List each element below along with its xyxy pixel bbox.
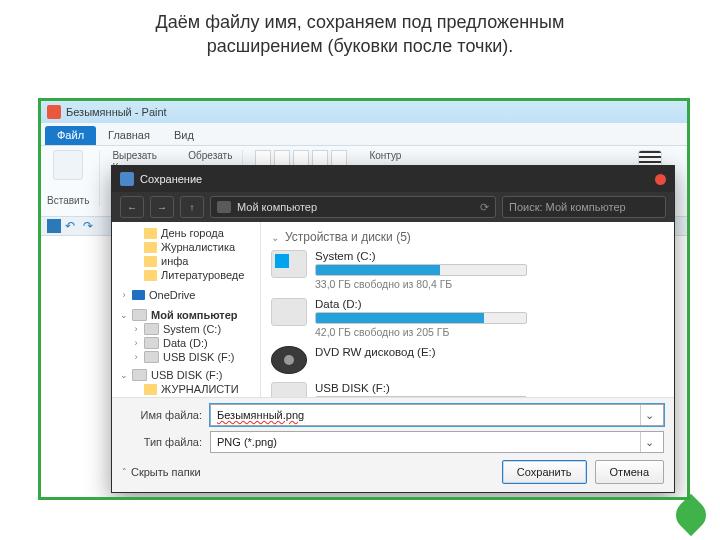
- tool-icon[interactable]: [293, 150, 309, 166]
- usage-bar: [316, 313, 484, 323]
- filetype-select[interactable]: PNG (*.png) ⌄: [210, 431, 664, 453]
- address-text: Мой компьютер: [237, 201, 317, 213]
- outline-label[interactable]: Контур: [369, 150, 401, 161]
- group-title: Устройства и диски (5): [285, 230, 411, 244]
- chevron-up-icon: ˄: [122, 467, 127, 477]
- crop-label[interactable]: Обрезать: [188, 150, 232, 161]
- paint-titlebar: Безымянный - Paint: [41, 101, 687, 123]
- ribbon-tabs: Файл Главная Вид: [41, 123, 687, 146]
- undo-icon[interactable]: ↶: [65, 219, 79, 233]
- folder-icon: [144, 256, 157, 267]
- nav-forward-button[interactable]: →: [150, 196, 174, 218]
- computer-icon: [217, 201, 231, 213]
- filetype-label: Тип файла:: [122, 436, 202, 448]
- caption-line1: Даём файлу имя, сохраняем под предложенн…: [156, 12, 565, 32]
- tree-folder: Литературоведе: [112, 268, 260, 282]
- tool-icon[interactable]: [312, 150, 328, 166]
- search-placeholder: Поиск: Мой компьютер: [509, 201, 626, 213]
- dialog-titlebar: Сохранение: [112, 166, 674, 192]
- folder-icon: [144, 270, 157, 281]
- filetype-value: PNG (*.png): [217, 436, 277, 448]
- tree-folder: День города: [112, 226, 260, 240]
- drive-dvd-icon: [271, 346, 307, 374]
- cancel-button[interactable]: Отмена: [595, 460, 664, 484]
- drive-item[interactable]: DVD RW дисковод (E:): [271, 346, 664, 374]
- tree-usb: ⌄USB DISK (F:): [112, 368, 260, 382]
- hide-folders-toggle[interactable]: ˄ Скрыть папки: [122, 466, 201, 478]
- paste-label: Вставить: [47, 195, 89, 206]
- nav-back-button[interactable]: ←: [120, 196, 144, 218]
- paint-title-text: Безымянный - Paint: [66, 106, 167, 118]
- drive-item[interactable]: USB DISK (F:) 3,70 ГБ свободно из 3,72 Г…: [271, 382, 664, 397]
- computer-icon: [132, 309, 147, 321]
- dialog-title: Сохранение: [140, 173, 202, 185]
- group-header[interactable]: ⌄ Устройства и диски (5): [271, 230, 664, 244]
- tool-icon[interactable]: [274, 150, 290, 166]
- paint-app-icon: [47, 105, 61, 119]
- nav-up-button[interactable]: ↑: [180, 196, 204, 218]
- drive-system-icon: [271, 250, 307, 278]
- dropdown-icon[interactable]: ⌄: [640, 432, 657, 452]
- drive-item[interactable]: System (C:) 33,0 ГБ свободно из 80,4 ГБ: [271, 250, 664, 290]
- tool-icon[interactable]: [331, 150, 347, 166]
- address-bar[interactable]: Мой компьютер ⟳: [210, 196, 496, 218]
- drive-icon: [132, 369, 147, 381]
- tree-onedrive: ›OneDrive: [112, 288, 260, 302]
- filename-input[interactable]: Безымянный.png ⌄: [210, 404, 664, 426]
- tab-file[interactable]: Файл: [45, 126, 96, 145]
- chevron-down-icon: ⌄: [271, 232, 279, 243]
- search-input[interactable]: Поиск: Мой компьютер: [502, 196, 666, 218]
- slide-caption: Даём файлу имя, сохраняем под предложенн…: [0, 10, 720, 59]
- folder-icon: [144, 228, 157, 239]
- save-dialog-icon: [120, 172, 134, 186]
- drive-hdd-icon: [271, 298, 307, 326]
- redo-icon[interactable]: ↷: [83, 219, 97, 233]
- tree-drive: ›USB DISK (F:): [112, 350, 260, 364]
- tree-folder: Журналистика: [112, 240, 260, 254]
- onedrive-icon: [132, 290, 145, 300]
- save-button[interactable]: Сохранить: [502, 460, 587, 484]
- usage-bar: [316, 265, 440, 275]
- tool-icon[interactable]: [255, 150, 271, 166]
- slide-decoration-leaf: [670, 494, 712, 536]
- drive-icon: [144, 351, 159, 363]
- tab-home[interactable]: Главная: [96, 126, 162, 145]
- dialog-footer: Имя файла: Безымянный.png ⌄ Тип файла: P…: [112, 397, 674, 492]
- close-icon[interactable]: [655, 174, 666, 185]
- folder-icon: [144, 242, 157, 253]
- tree-folder: ЖУРНАЛИСТИ: [112, 382, 260, 396]
- drive-usb-icon: [271, 382, 307, 397]
- caption-line2: расширением (буковки после точки).: [207, 36, 514, 56]
- paint-window: Безымянный - Paint Файл Главная Вид Вста…: [38, 98, 690, 500]
- tab-view[interactable]: Вид: [162, 126, 206, 145]
- tree-computer: ⌄Мой компьютер: [112, 308, 260, 322]
- tree-folder: инфа: [112, 254, 260, 268]
- dialog-navbar: ← → ↑ Мой компьютер ⟳ Поиск: Мой компьют…: [112, 192, 674, 222]
- paste-icon[interactable]: [53, 150, 83, 180]
- filename-label: Имя файла:: [122, 409, 202, 421]
- save-as-dialog: Сохранение ← → ↑ Мой компьютер ⟳ Поиск: …: [111, 165, 675, 493]
- refresh-icon[interactable]: ⟳: [480, 201, 489, 214]
- cut-label[interactable]: Вырезать: [112, 150, 156, 161]
- drive-list: ⌄ Устройства и диски (5) System (C:) 33,…: [261, 222, 674, 397]
- filename-value: Безымянный.png: [217, 409, 304, 421]
- drive-icon: [144, 337, 159, 349]
- save-icon[interactable]: [47, 219, 61, 233]
- tree-drive: ›Data (D:): [112, 336, 260, 350]
- dropdown-icon[interactable]: ⌄: [640, 405, 657, 425]
- folder-tree[interactable]: День города Журналистика инфа Литературо…: [112, 222, 261, 397]
- ribbon-group-clipboard: Вставить: [47, 150, 100, 206]
- folder-icon: [144, 384, 157, 395]
- drive-icon: [144, 323, 159, 335]
- drive-item[interactable]: Data (D:) 42,0 ГБ свободно из 205 ГБ: [271, 298, 664, 338]
- tree-drive: ›System (C:): [112, 322, 260, 336]
